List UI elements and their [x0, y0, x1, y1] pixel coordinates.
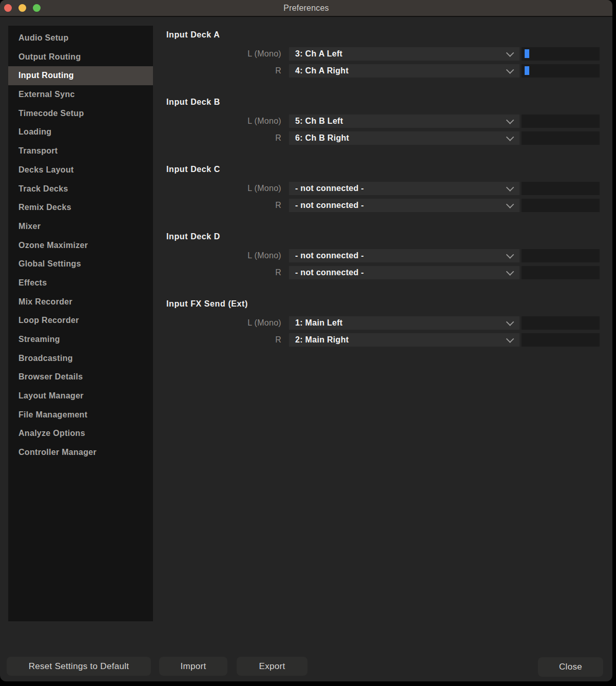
sidebar-item-remix-decks[interactable]: Remix Decks: [8, 198, 153, 217]
input-level-meter: [522, 249, 600, 262]
channel-row: L (Mono) - not connected -: [166, 249, 600, 262]
sidebar-item-label: Output Routing: [18, 52, 81, 61]
channel-row: L (Mono) - not connected -: [166, 182, 600, 195]
sidebar-item-label: Streaming: [18, 335, 60, 344]
sidebar-item-mix-recorder[interactable]: Mix Recorder: [8, 293, 153, 312]
sidebar-item-broadcasting[interactable]: Broadcasting: [8, 349, 153, 368]
sidebar-item-file-management[interactable]: File Management: [8, 406, 153, 425]
sidebar-item-label: Track Decks: [18, 184, 68, 193]
input-level-meter: [522, 182, 600, 195]
input-level-meter: [522, 115, 600, 128]
input-section: Input Deck B L (Mono) 5: Ch B Left R 6: …: [166, 97, 600, 148]
sidebar-item-analyze-options[interactable]: Analyze Options: [8, 424, 153, 443]
chevron-down-icon: [506, 133, 514, 141]
channel-select[interactable]: - not connected -: [289, 249, 519, 262]
close-window-button[interactable]: [4, 4, 12, 12]
sidebar-item-global-settings[interactable]: Global Settings: [8, 255, 153, 274]
meter-level-fill: [525, 49, 529, 58]
sidebar-item-mixer[interactable]: Mixer: [8, 217, 153, 236]
close-button[interactable]: Close: [538, 657, 603, 677]
zoom-window-button[interactable]: [33, 4, 41, 12]
input-level-meter: [522, 266, 600, 279]
sidebar-item-label: Broadcasting: [18, 354, 73, 363]
sidebar-item-timecode-setup[interactable]: Timecode Setup: [8, 104, 153, 123]
sidebar-item-controller-manager[interactable]: Controller Manager: [8, 443, 153, 462]
channel-label: L (Mono): [166, 251, 281, 260]
input-level-meter: [522, 199, 600, 212]
section-title: Input Deck A: [166, 30, 600, 40]
sidebar-item-input-routing[interactable]: Input Routing: [8, 66, 153, 85]
channel-select[interactable]: 5: Ch B Left: [289, 115, 519, 128]
sidebar-item-label: Mix Recorder: [18, 297, 72, 306]
sidebar-item-browser-details[interactable]: Browser Details: [8, 368, 153, 387]
sidebar-item-effects[interactable]: Effects: [8, 274, 153, 293]
chevron-down-icon: [506, 66, 514, 74]
sidebar-item-label: Layout Manager: [18, 391, 84, 400]
sidebar-item-label: Loading: [18, 127, 51, 136]
channel-select-value: 4: Ch A Right: [295, 66, 349, 75]
chevron-down-icon: [506, 318, 514, 326]
channel-select[interactable]: - not connected -: [289, 199, 519, 212]
chevron-down-icon: [506, 116, 514, 124]
sidebar-item-label: Browser Details: [18, 372, 83, 381]
channel-row: R 2: Main Right: [166, 333, 600, 347]
channel-select[interactable]: 6: Ch B Right: [289, 131, 519, 145]
channel-row: L (Mono) 1: Main Left: [166, 316, 600, 330]
chevron-down-icon: [506, 183, 514, 192]
input-level-meter: [522, 131, 600, 145]
channel-label: R: [166, 268, 281, 277]
channel-label: R: [166, 201, 281, 210]
sidebar-item-ozone-maximizer[interactable]: Ozone Maximizer: [8, 236, 153, 255]
chevron-down-icon: [506, 335, 514, 343]
sidebar-item-loading[interactable]: Loading: [8, 123, 153, 142]
sidebar-item-label: Ozone Maximizer: [18, 241, 88, 250]
sidebar-item-label: Analyze Options: [18, 429, 85, 437]
sidebar-item-label: File Management: [18, 410, 87, 419]
channel-label: L (Mono): [166, 318, 281, 328]
channel-row: R 6: Ch B Right: [166, 131, 600, 145]
channel-select[interactable]: 3: Ch A Left: [289, 47, 519, 61]
sidebar-item-streaming[interactable]: Streaming: [8, 330, 153, 349]
sidebar-item-loop-recorder[interactable]: Loop Recorder: [8, 311, 153, 330]
channel-label: L (Mono): [166, 49, 281, 59]
chevron-down-icon: [506, 251, 514, 259]
sidebar-item-transport[interactable]: Transport: [8, 142, 153, 161]
channel-select[interactable]: - not connected -: [289, 182, 519, 195]
channel-label: R: [166, 335, 281, 345]
input-section: Input Deck C L (Mono) - not connected - …: [166, 164, 600, 216]
channel-label: L (Mono): [166, 117, 281, 126]
channel-select[interactable]: 4: Ch A Right: [289, 64, 519, 78]
channel-label: R: [166, 134, 281, 143]
channel-select[interactable]: 2: Main Right: [289, 333, 519, 347]
channel-row: L (Mono) 3: Ch A Left: [166, 47, 600, 61]
channel-label: L (Mono): [166, 184, 281, 193]
section-title: Input Deck B: [166, 97, 600, 107]
export-button[interactable]: Export: [237, 657, 307, 676]
meter-level-fill: [525, 66, 529, 75]
channel-row: R 4: Ch A Right: [166, 64, 600, 78]
screen: Preferences Audio Setup Output Routing I…: [0, 0, 616, 686]
sidebar-item-external-sync[interactable]: External Sync: [8, 85, 153, 104]
sidebar-item-label: External Sync: [18, 90, 75, 99]
window-title: Preferences: [283, 4, 329, 13]
sidebar-item-output-routing[interactable]: Output Routing: [8, 48, 153, 67]
sidebar-item-audio-setup[interactable]: Audio Setup: [8, 29, 153, 48]
channel-select-value: 2: Main Right: [295, 335, 349, 345]
channel-row: L (Mono) 5: Ch B Left: [166, 115, 600, 128]
sidebar-item-decks-layout[interactable]: Decks Layout: [8, 161, 153, 180]
sidebar-item-label: Global Settings: [18, 259, 81, 268]
minimize-window-button[interactable]: [18, 4, 26, 12]
input-level-meter: [522, 64, 600, 78]
sidebar-item-layout-manager[interactable]: Layout Manager: [8, 387, 153, 406]
preferences-window: Preferences Audio Setup Output Routing I…: [0, 0, 612, 681]
sidebar-item-label: Controller Manager: [18, 448, 97, 456]
channel-select[interactable]: 1: Main Left: [289, 316, 519, 330]
sidebar-item-label: Mixer: [18, 222, 41, 231]
reset-settings-button[interactable]: Reset Settings to Default: [7, 657, 151, 676]
chevron-down-icon: [506, 268, 514, 276]
import-button[interactable]: Import: [159, 657, 227, 676]
sidebar-item-track-decks[interactable]: Track Decks: [8, 180, 153, 199]
channel-select[interactable]: - not connected -: [289, 266, 519, 279]
channel-select-value: - not connected -: [295, 251, 364, 260]
input-level-meter: [522, 47, 600, 61]
